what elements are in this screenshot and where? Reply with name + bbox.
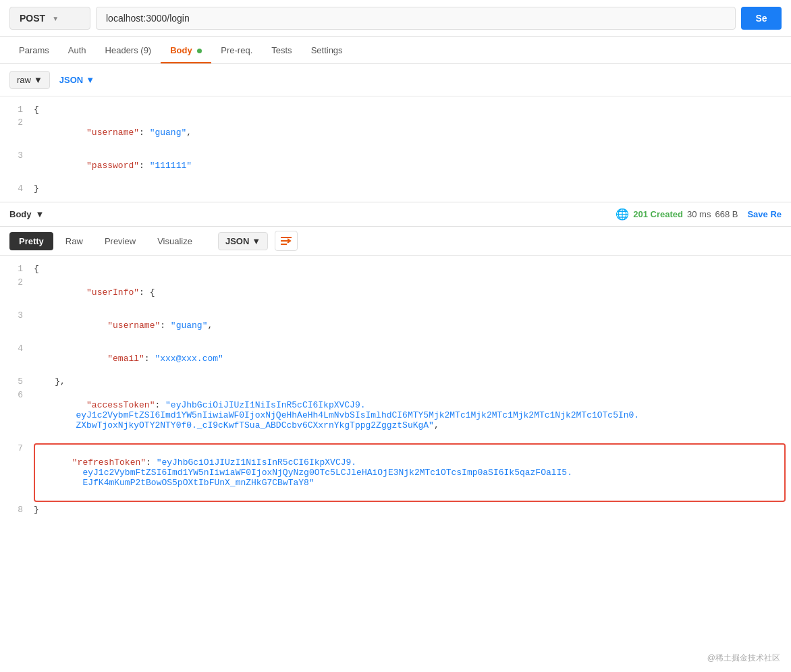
resp-json-select[interactable]: JSON ▼ <box>218 232 268 250</box>
req-linenum-2: 2 <box>0 117 34 128</box>
resp-json-label: JSON <box>225 236 249 246</box>
resp-json-chevron: ▼ <box>252 236 261 246</box>
tab-prereq[interactable]: Pre-req. <box>211 37 262 63</box>
request-body-editor[interactable]: 1 { 2 "username": "guang", 3 "password":… <box>0 96 791 202</box>
response-time: 30 ms <box>687 209 711 219</box>
tab-params[interactable]: Params <box>9 37 59 63</box>
resp-tab-pretty[interactable]: Pretty <box>9 232 53 250</box>
req-line-4: 4 } <box>0 182 791 195</box>
req-line-3: 3 "password": "111111" <box>0 149 791 182</box>
response-label[interactable]: Body <box>9 209 32 219</box>
tab-body[interactable]: Body <box>161 37 211 63</box>
resp-tab-preview[interactable]: Preview <box>95 232 145 250</box>
method-select[interactable]: POST ▼ <box>9 7 90 30</box>
resp-linecontent-5: }, <box>34 376 791 387</box>
req-linecontent-4: } <box>34 184 791 194</box>
resp-linenum-1: 1 <box>0 264 34 274</box>
tab-tests[interactable]: Tests <box>262 37 301 63</box>
req-linecontent-3: "password": "111111" <box>34 150 791 181</box>
method-chevron: ▼ <box>52 15 59 22</box>
resp-linecontent-2: "userInfo": { <box>34 277 791 308</box>
resp-linecontent-6: "accessToken": "eyJhbGciOiJIUzI1NiIsInR5… <box>34 390 791 441</box>
response-status: 201 Created <box>633 209 683 219</box>
req-line-1: 1 { <box>0 103 791 116</box>
json-type-select[interactable]: JSON ▼ <box>55 72 99 88</box>
req-linecontent-1: { <box>34 105 791 115</box>
response-chevron[interactable]: ▼ <box>36 209 45 219</box>
tab-body-label: Body <box>170 45 192 55</box>
format-chevron: ▼ <box>34 75 43 85</box>
send-button[interactable]: Se <box>741 7 782 30</box>
format-select[interactable]: raw ▼ <box>9 71 50 89</box>
resp-tab-visualize[interactable]: Visualize <box>148 232 202 250</box>
resp-line-2: 2 "userInfo": { <box>0 276 791 309</box>
body-toolbar: raw ▼ JSON ▼ <box>0 64 791 96</box>
resp-line-4: 4 "email": "xxx@xxx.com" <box>0 342 791 375</box>
save-response-button[interactable]: Save Re <box>747 209 782 219</box>
resp-linecontent-3: "username": "guang", <box>34 310 791 341</box>
resp-line-3: 3 "username": "guang", <box>0 309 791 342</box>
response-body: 1 { 2 "userInfo": { 3 "username": "guang… <box>0 256 791 524</box>
resp-line-7: 7 "refreshToken": "eyJhbGciOiJIUzI1NiIsI… <box>0 442 791 503</box>
resp-linecontent-4: "email": "xxx@xxx.com" <box>34 343 791 374</box>
url-bar: POST ▼ Se <box>0 0 791 37</box>
req-linenum-4: 4 <box>0 184 34 194</box>
resp-line-1: 1 { <box>0 262 791 276</box>
resp-linenum-8: 8 <box>0 505 34 515</box>
req-linecontent-2: "username": "guang", <box>34 117 791 148</box>
response-bar: Body ▼ 🌐 201 Created 30 ms 668 B Save Re <box>0 202 791 227</box>
resp-linenum-3: 3 <box>0 310 34 320</box>
req-linenum-1: 1 <box>0 105 34 115</box>
resp-linenum-6: 6 <box>0 390 34 400</box>
json-label: JSON <box>59 75 83 85</box>
resp-linenum-7: 7 <box>0 443 34 453</box>
resp-linecontent-8: } <box>34 505 791 515</box>
tab-auth[interactable]: Auth <box>59 37 96 63</box>
resp-line-6: 6 "accessToken": "eyJhbGciOiJIUzI1NiIsIn… <box>0 389 791 442</box>
globe-icon: 🌐 <box>616 208 629 221</box>
resp-linenum-4: 4 <box>0 343 34 354</box>
response-size: 668 B <box>715 209 738 219</box>
format-label: raw <box>17 75 31 85</box>
tab-headers[interactable]: Headers (9) <box>96 37 161 63</box>
resp-tab-raw[interactable]: Raw <box>56 232 92 250</box>
resp-linenum-5: 5 <box>0 376 34 387</box>
wrap-button[interactable] <box>275 231 298 251</box>
req-linenum-3: 3 <box>0 150 34 161</box>
resp-line-8: 8 } <box>0 503 791 517</box>
json-chevron: ▼ <box>86 75 94 85</box>
resp-linecontent-1: { <box>34 264 791 274</box>
url-input[interactable] <box>96 7 736 30</box>
request-tab-bar: Params Auth Headers (9) Body Pre-req. Te… <box>0 37 791 64</box>
resp-line-5: 5 }, <box>0 375 791 389</box>
method-label: POST <box>20 13 45 24</box>
resp-linenum-2: 2 <box>0 277 34 287</box>
req-line-2: 2 "username": "guang", <box>0 116 791 149</box>
response-tabs: Pretty Raw Preview Visualize JSON ▼ <box>0 227 791 256</box>
body-active-dot <box>197 49 202 53</box>
tab-settings[interactable]: Settings <box>302 37 352 63</box>
resp-linecontent-7: "refreshToken": "eyJhbGciOiJIUzI1NiIsInR… <box>34 443 786 502</box>
